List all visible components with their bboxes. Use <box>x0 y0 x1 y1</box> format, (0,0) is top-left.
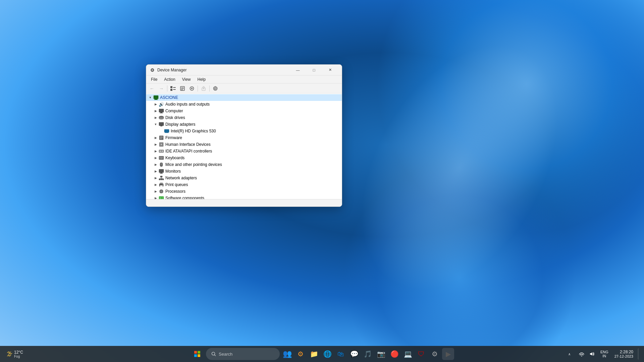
toolbar-separator-3 <box>209 85 210 92</box>
menu-file[interactable]: File <box>148 76 160 82</box>
properties-button[interactable] <box>178 84 187 93</box>
keyboards-toggle[interactable]: ▶ <box>153 155 158 161</box>
statusbar <box>146 199 342 206</box>
taskbar-terminal[interactable]: ▶ <box>442 348 454 360</box>
tree-item-display[interactable]: ▼ Display adapters <box>146 121 342 128</box>
taskbar-people[interactable]: 👥 <box>281 348 293 360</box>
computer-icon <box>153 95 159 101</box>
tree-item-network[interactable]: ▶ Network adapters <box>146 175 342 181</box>
taskbar-photos[interactable]: 📷 <box>375 348 387 360</box>
tree-root[interactable]: ▼ ASCIONE <box>146 94 342 101</box>
window-icon: ⚙ <box>150 67 155 73</box>
tree-item-intel-gpu[interactable]: ▶ Intel(R) HD Graphics 530 <box>146 128 342 134</box>
taskbar-vscode[interactable]: 💻 <box>402 348 414 360</box>
start-button[interactable] <box>190 347 205 361</box>
taskbar-center: Search 👥 ⚙ 📁 🌐 🛍 💬 🎵 📷 🔴 💻 🛡 ⚙ ▶ <box>190 347 454 361</box>
window-title-area: ⚙ Device Manager <box>150 67 186 73</box>
taskbar-spotify[interactable]: 🎵 <box>362 348 374 360</box>
weather-widget[interactable]: 🌫 12°C Fog <box>4 349 26 360</box>
svg-rect-1 <box>170 89 172 91</box>
taskbar-store[interactable]: 🛍 <box>335 348 347 360</box>
svg-rect-50 <box>161 179 162 180</box>
device-tree[interactable]: ▼ ASCIONE ▶ 🔊 Audio inputs and outputs ▶ <box>146 94 342 199</box>
tree-item-keyboards[interactable]: ▶ Keyboards <box>146 155 342 161</box>
taskbar-mail[interactable]: ⚙ <box>294 348 307 360</box>
forward-button[interactable]: → <box>157 84 166 93</box>
audio-toggle[interactable]: ▶ <box>153 101 158 108</box>
disk-icon <box>158 115 164 121</box>
tray-volume[interactable] <box>587 349 596 359</box>
tree-item-audio[interactable]: ▶ 🔊 Audio inputs and outputs <box>146 101 342 108</box>
taskbar-antivirus[interactable]: 🛡 <box>415 348 427 360</box>
close-button[interactable]: ✕ <box>322 65 338 75</box>
svg-rect-45 <box>159 169 164 173</box>
mice-toggle[interactable]: ▶ <box>153 161 158 168</box>
tray-overflow[interactable]: ∧ <box>565 349 574 359</box>
processors-toggle[interactable]: ▶ <box>153 188 158 195</box>
svg-point-20 <box>159 117 164 119</box>
search-bar[interactable]: Search <box>206 348 280 360</box>
tree-item-processors[interactable]: ▶ Proces <box>146 188 342 195</box>
disk-toggle[interactable]: ▶ <box>153 114 158 121</box>
disk-label: Disk drives <box>165 115 185 120</box>
minimize-button[interactable]: — <box>290 65 306 75</box>
tree-item-hid[interactable]: ▶ Human Interface Devices <box>146 141 342 148</box>
svg-rect-41 <box>163 158 163 159</box>
tree-view-button[interactable] <box>169 84 177 93</box>
svg-rect-32 <box>160 150 161 152</box>
menu-view[interactable]: View <box>179 76 194 82</box>
tree-item-monitors[interactable]: ▶ Monitors <box>146 168 342 175</box>
svg-rect-39 <box>159 158 160 159</box>
svg-rect-2 <box>173 87 176 88</box>
back-button[interactable]: ← <box>148 84 156 93</box>
tree-item-software-components[interactable]: ▶ Software components <box>146 195 342 199</box>
tree-item-mice[interactable]: ▶ Mice and other pointing devices <box>146 161 342 168</box>
ide-toggle[interactable]: ▶ <box>153 148 158 155</box>
monitors-toggle[interactable]: ▶ <box>153 168 158 175</box>
tree-item-print[interactable]: ▶ Print queues <box>146 181 342 188</box>
print-label: Print queues <box>165 182 188 187</box>
maximize-button[interactable]: □ <box>306 65 322 75</box>
taskbar-edge[interactable]: 🌐 <box>321 348 333 360</box>
update-driver-button[interactable] <box>187 84 196 93</box>
menubar: File Action View Help <box>146 75 342 83</box>
window-title: Device Manager <box>157 68 186 72</box>
scan-hardware-button[interactable] <box>211 84 220 93</box>
taskbar-files[interactable]: 📁 <box>308 348 320 360</box>
network-toggle[interactable]: ▶ <box>153 175 158 181</box>
display-toggle[interactable]: ▼ <box>153 121 158 128</box>
keyboards-icon <box>158 155 164 161</box>
print-toggle[interactable]: ▶ <box>153 181 158 188</box>
taskbar-settings[interactable]: ⚙ <box>429 348 441 360</box>
hid-toggle[interactable]: ▶ <box>153 141 158 148</box>
language-indicator[interactable]: ENG IN <box>599 349 610 359</box>
weather-condition: Fog <box>14 355 23 358</box>
svg-rect-49 <box>159 179 160 180</box>
taskbar-chrome[interactable]: 🔴 <box>388 348 400 360</box>
svg-rect-38 <box>162 157 163 158</box>
svg-rect-59 <box>162 184 163 185</box>
tree-item-computer[interactable]: ▶ Computer <box>146 108 342 114</box>
svg-rect-24 <box>165 132 168 133</box>
menu-action[interactable]: Action <box>161 76 178 82</box>
tree-item-disk[interactable]: ▶ Disk drives <box>146 114 342 121</box>
svg-rect-57 <box>160 183 163 184</box>
menu-help[interactable]: Help <box>195 76 209 82</box>
display-label: Display adapters <box>165 122 195 127</box>
taskbar: 🌫 12°C Fog Search 👥 <box>0 346 644 362</box>
svg-point-30 <box>161 144 162 145</box>
window-titlebar: ⚙ Device Manager — □ ✕ <box>146 65 342 75</box>
tree-item-firmware[interactable]: ▶ Firmware <box>146 134 342 141</box>
uninstall-button[interactable] <box>199 84 208 93</box>
software-components-toggle[interactable]: ▶ <box>153 195 158 199</box>
computer-toggle[interactable]: ▶ <box>153 108 158 114</box>
show-desktop[interactable] <box>638 348 640 360</box>
clock[interactable]: 2:28:20 27-12-2023 <box>612 349 635 359</box>
taskbar-whatsapp[interactable]: 💬 <box>348 348 360 360</box>
tray-network[interactable] <box>577 349 586 359</box>
tree-item-ide[interactable]: ▶ IDE ATA/ATAPI controllers <box>146 148 342 155</box>
svg-rect-13 <box>154 96 158 99</box>
weather-info: 12°C Fog <box>14 350 23 358</box>
firmware-toggle[interactable]: ▶ <box>153 134 158 141</box>
root-toggle[interactable]: ▼ <box>148 94 153 101</box>
